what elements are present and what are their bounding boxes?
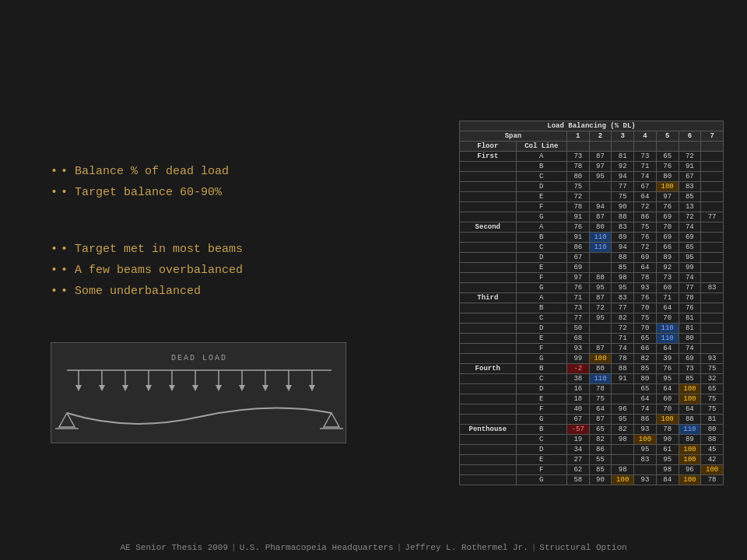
value-cell: -2 xyxy=(566,364,589,374)
value-cell: 81 xyxy=(679,324,701,334)
col-cell: A xyxy=(516,152,566,162)
col-cell: C xyxy=(516,435,566,445)
value-cell xyxy=(589,182,612,192)
value-cell: 83 xyxy=(612,293,634,303)
floor-cell xyxy=(460,475,517,485)
value-cell: 97 xyxy=(656,192,679,202)
value-cell: 66 xyxy=(634,344,657,354)
col-cell: F xyxy=(516,465,566,475)
value-cell: 74 xyxy=(679,222,701,233)
value-cell xyxy=(589,192,612,202)
floor-cell xyxy=(460,273,517,283)
value-cell: 64 xyxy=(656,303,679,313)
table-row: G5890100938410078 xyxy=(460,475,724,485)
value-cell: 75 xyxy=(701,404,724,415)
span-col-header: 7 xyxy=(701,131,724,142)
value-cell: 80 xyxy=(634,374,657,384)
table-row: F6285989896100 xyxy=(460,465,724,475)
footer-part: Jeffrey L. Rothermel Jr. xyxy=(405,543,528,552)
value-cell: 75 xyxy=(634,313,657,324)
value-cell: 98 xyxy=(612,435,634,445)
value-cell: 99 xyxy=(566,354,589,364)
floor-cell xyxy=(460,243,517,253)
value-cell: 87 xyxy=(589,415,612,425)
value-cell: 75 xyxy=(701,394,724,404)
value-cell: 100 xyxy=(634,435,657,445)
value-cell: 34 xyxy=(566,445,589,455)
value-cell: 77 xyxy=(612,303,634,313)
span-header: Span xyxy=(460,131,567,142)
value-cell xyxy=(612,455,634,465)
table-row: FirstA738781736572 xyxy=(460,152,724,162)
value-cell: 86 xyxy=(634,212,657,222)
value-cell: 75 xyxy=(589,394,612,404)
floor-cell xyxy=(460,172,517,182)
value-cell: 72 xyxy=(612,324,634,334)
value-cell: 91 xyxy=(566,233,589,243)
value-cell: 100 xyxy=(589,354,612,364)
value-cell: 55 xyxy=(589,455,612,465)
value-cell: 69 xyxy=(566,263,589,273)
value-cell: 73 xyxy=(566,303,589,313)
span-col-header: 4 xyxy=(634,131,657,142)
value-cell: 92 xyxy=(612,162,634,172)
value-cell xyxy=(701,222,724,233)
value-cell xyxy=(701,182,724,192)
value-cell: 87 xyxy=(589,293,612,303)
value-cell: 94 xyxy=(612,243,634,253)
table-row: ThirdA718783767178 xyxy=(460,293,724,303)
table-row: D3486956110045 xyxy=(460,445,724,455)
value-cell: 38 xyxy=(566,374,589,384)
table-row: D1678656410065 xyxy=(460,384,724,394)
value-cell: 88 xyxy=(612,253,634,263)
col-line-header: Col Line xyxy=(516,142,566,152)
value-cell: 89 xyxy=(679,435,701,445)
value-cell: 65 xyxy=(589,425,612,435)
value-cell: 85 xyxy=(679,374,701,384)
value-cell: 90 xyxy=(589,475,612,485)
col-cell: B xyxy=(516,364,566,374)
value-cell: 83 xyxy=(679,182,701,192)
value-cell: 77 xyxy=(566,313,589,324)
value-cell: 96 xyxy=(612,404,634,415)
floor-cell xyxy=(460,384,517,394)
value-cell: 78 xyxy=(656,425,679,435)
floor-cell: Penthouse xyxy=(460,425,517,435)
footer: AE Senior Thesis 2009|U.S. Pharmacopeia … xyxy=(16,543,731,552)
value-cell: 81 xyxy=(679,313,701,324)
floor-cell xyxy=(460,182,517,192)
floor-cell xyxy=(460,324,517,334)
value-cell: 74 xyxy=(634,172,657,182)
value-cell: 68 xyxy=(566,334,589,344)
value-cell: 90 xyxy=(612,202,634,212)
value-cell: 78 xyxy=(566,202,589,212)
value-cell: 16 xyxy=(566,384,589,394)
svg-marker-23 xyxy=(309,385,315,391)
value-cell: 88 xyxy=(679,415,701,425)
value-cell: 110 xyxy=(656,324,679,334)
value-cell: 88 xyxy=(612,212,634,222)
value-cell: 76 xyxy=(656,202,679,212)
col-cell: G xyxy=(516,354,566,364)
col-cell: C xyxy=(516,243,566,253)
span-col-header: 1 xyxy=(566,131,589,142)
value-cell: 82 xyxy=(612,425,634,435)
value-cell: 95 xyxy=(589,172,612,182)
bullet-item: • A few beams overbalanced xyxy=(51,262,243,278)
col-cell: E xyxy=(516,263,566,273)
value-cell xyxy=(589,263,612,273)
floor-cell xyxy=(460,394,517,404)
value-cell: 69 xyxy=(679,354,701,364)
value-cell: 73 xyxy=(634,152,657,162)
value-cell xyxy=(701,273,724,283)
bullet-item: • Some underbalanced xyxy=(51,283,243,299)
value-cell: 19 xyxy=(566,435,589,445)
value-cell: 76 xyxy=(634,293,657,303)
value-cell: 73 xyxy=(679,364,701,374)
value-cell: 100 xyxy=(656,415,679,425)
value-cell: 74 xyxy=(679,344,701,354)
value-cell: 97 xyxy=(566,273,589,283)
table-row: G991007882396993 xyxy=(460,354,724,364)
value-cell: 74 xyxy=(612,344,634,354)
footer-part: AE Senior Thesis 2009 xyxy=(120,543,228,552)
